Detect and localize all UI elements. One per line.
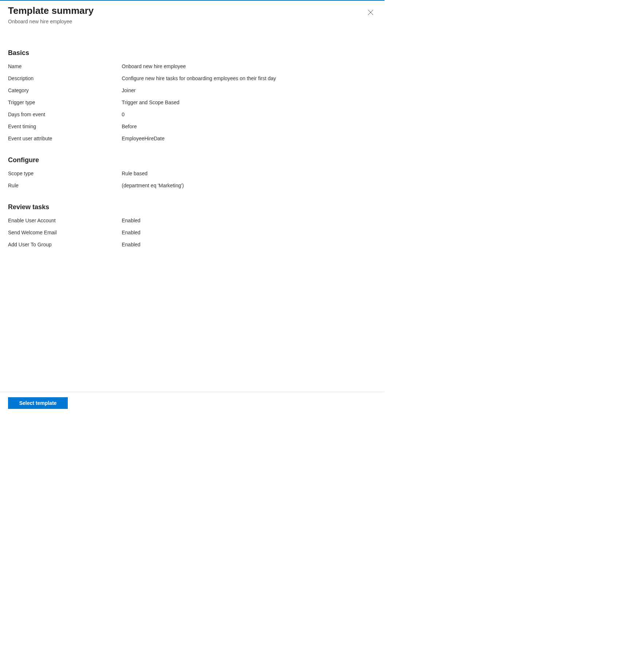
label-scope-type: Scope type bbox=[8, 170, 122, 177]
row-event-user-attribute: Event user attribute EmployeeHireDate bbox=[8, 133, 376, 145]
label-send-welcome-email: Send Welcome Email bbox=[8, 229, 122, 237]
close-icon bbox=[368, 9, 374, 15]
row-enable-user-account: Enable User Account Enabled bbox=[8, 215, 376, 227]
section-title-configure: Configure bbox=[8, 156, 376, 164]
label-name: Name bbox=[8, 63, 122, 70]
value-days-from-event: 0 bbox=[122, 111, 125, 118]
panel-content: Basics Name Onboard new hire employee De… bbox=[0, 27, 384, 258]
label-event-user-attribute: Event user attribute bbox=[8, 135, 122, 142]
row-days-from-event: Days from event 0 bbox=[8, 109, 376, 121]
value-trigger-type: Trigger and Scope Based bbox=[122, 99, 179, 106]
value-send-welcome-email: Enabled bbox=[122, 229, 140, 237]
row-rule: Rule (department eq 'Marketing') bbox=[8, 180, 376, 192]
label-days-from-event: Days from event bbox=[8, 111, 122, 118]
label-enable-user-account: Enable User Account bbox=[8, 217, 122, 224]
row-event-timing: Event timing Before bbox=[8, 121, 376, 133]
value-add-user-to-group: Enabled bbox=[122, 241, 140, 249]
value-enable-user-account: Enabled bbox=[122, 217, 140, 224]
label-trigger-type: Trigger type bbox=[8, 99, 122, 106]
label-add-user-to-group: Add User To Group bbox=[8, 241, 122, 249]
panel-header: Template summary Onboard new hire employ… bbox=[0, 1, 384, 27]
value-event-user-attribute: EmployeeHireDate bbox=[122, 135, 165, 142]
value-rule: (department eq 'Marketing') bbox=[122, 182, 184, 190]
row-name: Name Onboard new hire employee bbox=[8, 60, 376, 73]
value-event-timing: Before bbox=[122, 123, 137, 130]
panel-footer: Select template bbox=[0, 392, 384, 415]
value-scope-type: Rule based bbox=[122, 170, 148, 177]
section-title-review-tasks: Review tasks bbox=[8, 203, 376, 211]
row-add-user-to-group: Add User To Group Enabled bbox=[8, 239, 376, 251]
value-description: Configure new hire tasks for onboarding … bbox=[122, 75, 276, 82]
row-trigger-type: Trigger type Trigger and Scope Based bbox=[8, 97, 376, 109]
select-template-button[interactable]: Select template bbox=[8, 397, 68, 409]
page-subtitle: Onboard new hire employee bbox=[8, 19, 376, 24]
section-basics: Basics Name Onboard new hire employee De… bbox=[8, 49, 376, 145]
section-title-basics: Basics bbox=[8, 49, 376, 57]
row-description: Description Configure new hire tasks for… bbox=[8, 73, 376, 85]
row-send-welcome-email: Send Welcome Email Enabled bbox=[8, 227, 376, 239]
section-review-tasks: Review tasks Enable User Account Enabled… bbox=[8, 203, 376, 251]
row-category: Category Joiner bbox=[8, 85, 376, 97]
section-configure: Configure Scope type Rule based Rule (de… bbox=[8, 156, 376, 192]
value-name: Onboard new hire employee bbox=[122, 63, 186, 70]
label-event-timing: Event timing bbox=[8, 123, 122, 130]
label-description: Description bbox=[8, 75, 122, 82]
label-category: Category bbox=[8, 87, 122, 94]
row-scope-type: Scope type Rule based bbox=[8, 168, 376, 180]
page-title: Template summary bbox=[8, 5, 376, 16]
label-rule: Rule bbox=[8, 182, 122, 190]
close-button[interactable] bbox=[367, 9, 374, 16]
value-category: Joiner bbox=[122, 87, 136, 94]
